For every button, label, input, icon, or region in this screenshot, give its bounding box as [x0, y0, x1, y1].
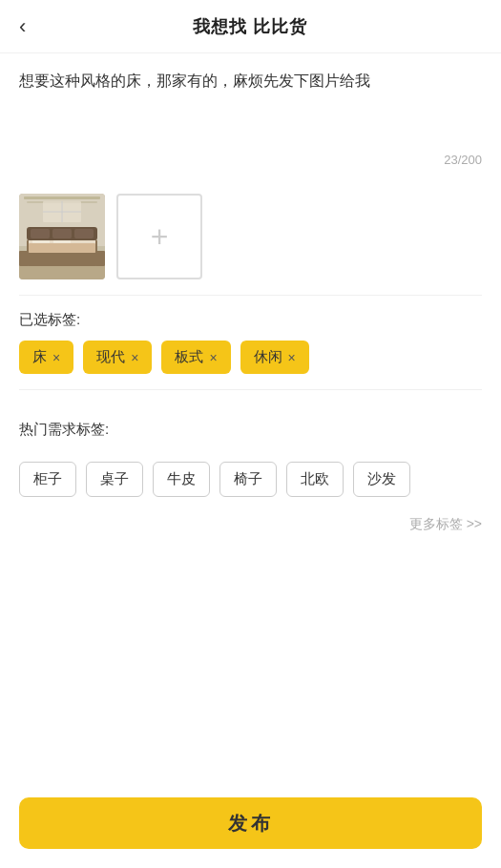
- selected-tags-label: 已选标签:: [19, 296, 482, 341]
- svg-rect-12: [74, 229, 94, 238]
- textarea-section: 想要这种风格的床，那家有的，麻烦先发下图片给我 23/200: [19, 53, 482, 184]
- svg-rect-2: [24, 196, 100, 199]
- tag-leisure-text: 休闲: [254, 348, 282, 366]
- tag-leather[interactable]: 牛皮: [153, 462, 210, 497]
- header: ‹ 我想找 比比货: [0, 0, 501, 53]
- tag-table[interactable]: 桌子: [86, 462, 143, 497]
- selected-tags-list: 床 × 现代 × 板式 × 休闲 ×: [19, 341, 482, 390]
- tag-panel-close[interactable]: ×: [209, 350, 217, 365]
- back-button[interactable]: ‹: [19, 16, 26, 37]
- svg-rect-10: [31, 229, 50, 238]
- message-input[interactable]: 想要这种风格的床，那家有的，麻烦先发下图片给我: [19, 69, 482, 145]
- tag-leisure-close[interactable]: ×: [288, 350, 296, 365]
- svg-rect-18: [19, 266, 105, 279]
- more-tags-link[interactable]: 更多标签 >>: [19, 497, 482, 552]
- bottom-spacer: [0, 552, 501, 638]
- plus-icon: +: [151, 221, 169, 252]
- hot-tags-label: 热门需求标签:: [19, 405, 482, 450]
- svg-rect-8: [29, 243, 95, 253]
- image-thumbnail[interactable]: [19, 194, 105, 279]
- tag-modern-close[interactable]: ×: [131, 350, 138, 365]
- tag-nordic[interactable]: 北欧: [286, 462, 344, 497]
- publish-button[interactable]: 发布: [19, 797, 482, 849]
- tag-bed[interactable]: 床 ×: [19, 341, 73, 374]
- tag-cabinet[interactable]: 柜子: [19, 462, 76, 497]
- tag-modern[interactable]: 现代 ×: [83, 341, 152, 374]
- char-counter: 23/200: [19, 149, 482, 176]
- tag-bed-close[interactable]: ×: [52, 350, 60, 365]
- svg-rect-17: [95, 251, 105, 266]
- svg-rect-11: [52, 229, 72, 238]
- selected-tags-section: 已选标签: 床 × 现代 × 板式 × 休闲 ×: [19, 296, 482, 390]
- tag-sofa[interactable]: 沙发: [353, 462, 410, 497]
- hot-tags-section: 热门需求标签: 柜子 桌子 牛皮 椅子 北欧 沙发: [19, 390, 482, 497]
- content-area: 想要这种风格的床，那家有的，麻烦先发下图片给我 23/200: [0, 53, 501, 552]
- bedroom-image: [19, 194, 105, 279]
- tag-modern-text: 现代: [96, 348, 125, 366]
- tag-leisure[interactable]: 休闲 ×: [240, 341, 309, 374]
- tag-bed-text: 床: [32, 348, 47, 366]
- svg-rect-16: [19, 251, 29, 266]
- tag-panel[interactable]: 板式 ×: [161, 341, 230, 374]
- image-section: +: [19, 184, 482, 296]
- add-image-button[interactable]: +: [116, 194, 202, 279]
- tag-chair[interactable]: 椅子: [219, 462, 277, 497]
- tag-panel-text: 板式: [175, 348, 203, 366]
- page-title: 我想找 比比货: [193, 15, 307, 38]
- publish-section: 发布: [0, 786, 501, 868]
- hot-tags-list: 柜子 桌子 牛皮 椅子 北欧 沙发: [19, 450, 482, 497]
